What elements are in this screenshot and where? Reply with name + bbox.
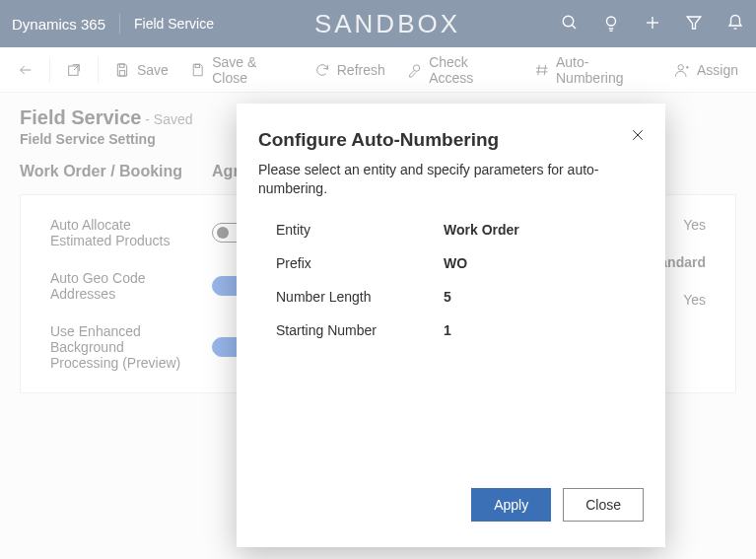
close-icon[interactable] [630,127,646,146]
number-length-label: Number Length [276,289,444,305]
auto-numbering-dialog: Configure Auto-Numbering Please select a… [237,104,665,547]
entity-label: Entity [276,222,444,238]
prefix-label: Prefix [276,255,444,271]
dialog-title: Configure Auto-Numbering [258,129,644,151]
starting-number-label: Starting Number [276,322,444,338]
dialog-description: Please select an entity and specify para… [258,161,644,198]
prefix-value[interactable]: WO [444,255,467,271]
close-button[interactable]: Close [563,488,644,522]
entity-value[interactable]: Work Order [444,222,519,238]
apply-button[interactable]: Apply [471,488,551,522]
number-length-value[interactable]: 5 [444,289,451,305]
starting-number-value[interactable]: 1 [444,322,451,338]
